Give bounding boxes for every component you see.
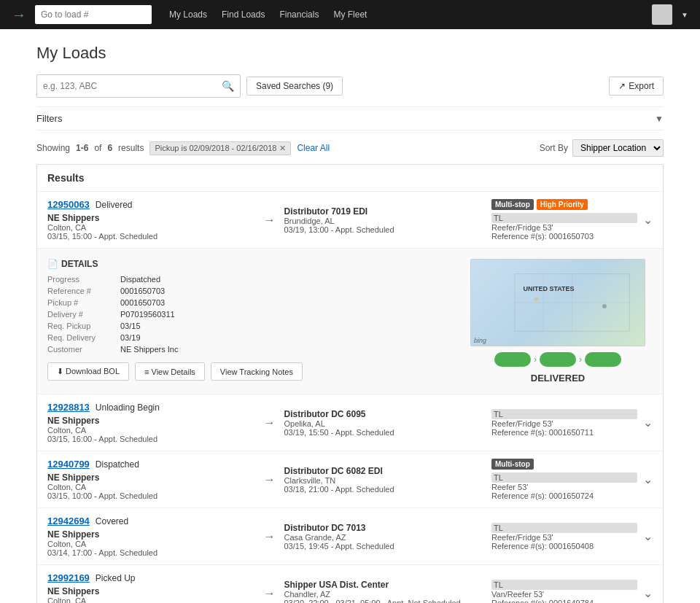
showing-range: 1-6 (76, 143, 88, 153)
expand-button-12928813[interactable]: ⌄ (643, 416, 653, 429)
detail-value-pickup: 0001650703 (120, 298, 165, 307)
page-title: My Loads (36, 44, 664, 63)
detail-label-customer: Customer (47, 345, 120, 354)
delivered-label: DELIVERED (531, 373, 585, 384)
view-details-button[interactable]: ≡ View Details (135, 362, 205, 381)
saved-searches-button[interactable]: Saved Searches (9) (246, 77, 343, 96)
load-row-main-12940799[interactable]: 12940799 Dispatched NE Shippers Colton, … (37, 451, 663, 507)
equipment-ref-12940799: Reference #(s): 0001650724 (491, 491, 637, 500)
view-tracking-notes-button[interactable]: View Tracking Notes (211, 362, 303, 381)
equipment-icon-12992169: TL (491, 580, 637, 590)
load-origin-city-12950063: Colton, CA (47, 223, 255, 232)
load-dest-12940799: Distributor DC 6082 EDI Clarksville, TN … (284, 466, 492, 494)
load-id-12950063[interactable]: 12950063 (47, 199, 90, 210)
load-dest-city-12942694: Casa Grande, AZ (284, 533, 492, 542)
load-status-12928813: Unloading Begin (96, 402, 160, 413)
load-origin-city-12940799: Colton, CA (47, 483, 255, 491)
load-info: 12928813 Unloading Begin NE Shippers Col… (47, 402, 255, 443)
search-icon[interactable]: 🔍 (222, 80, 234, 92)
load-equipment-12940799: Multi-stop TL Reefer 53' Reference #(s):… (491, 459, 637, 500)
showing-text: Showing (36, 143, 70, 153)
details-header-12950063: 📄 DETAILS (47, 259, 451, 269)
progress-arrow-2: › (579, 354, 582, 365)
progress-step-2 (540, 352, 576, 367)
results-header: Results (37, 165, 663, 192)
nav-financials[interactable]: Financials (273, 7, 324, 23)
expand-button-12950063[interactable]: ⌄ (643, 213, 653, 227)
load-dest-date-12950063: 03/19, 13:00 - Appt. Scheduled (284, 225, 492, 234)
equipment-type-12940799: Reefer 53' (491, 483, 637, 491)
load-info: 12950063 Delivered NE Shippers Colton, C… (47, 199, 255, 241)
load-dest-company-12940799: Distributor DC 6082 EDI (284, 466, 492, 476)
results-panel: Results 12950063 Delivered NE Shippers C… (36, 164, 664, 603)
nav-find-loads[interactable]: Find Loads (216, 7, 271, 23)
details-doc-icon: 📄 (47, 259, 58, 269)
load-dest-city-12992169: Chandler, AZ (284, 590, 492, 599)
route-arrow-12940799: → (255, 473, 284, 486)
equipment-ref-12942694: Reference #(s): 0001650408 (491, 542, 637, 551)
equipment-ref-12992169: Reference #(s): 0001649784 (491, 599, 637, 604)
detail-value-reference: 0001650703 (120, 287, 165, 295)
search-input-wrap[interactable]: 🔍 (36, 74, 241, 98)
detail-value-delivery: P07019560311 (120, 310, 175, 319)
expand-button-12940799[interactable]: ⌄ (643, 472, 653, 486)
search-input[interactable] (43, 81, 222, 91)
load-row-main-12928813[interactable]: 12928813 Unloading Begin NE Shippers Col… (37, 394, 663, 451)
header: → My Loads Find Loads Financials My Flee… (0, 0, 700, 29)
detail-label-pickup: Pickup # (47, 298, 120, 307)
equipment-type-12992169: Van/Reefer 53' (491, 590, 637, 599)
details-title: DETAILS (61, 259, 98, 269)
load-row: 12940799 Dispatched NE Shippers Colton, … (37, 451, 663, 508)
load-equipment-12950063: Multi-stop High Priority TL Reefer/Fridg… (491, 199, 637, 241)
expand-button-12992169[interactable]: ⌄ (643, 586, 653, 600)
filters-chevron-icon[interactable]: ▼ (655, 114, 664, 124)
filters-bar[interactable]: Filters ▼ (36, 106, 664, 131)
avatar[interactable] (652, 4, 672, 25)
filter-remove-button[interactable]: ✕ (279, 144, 286, 153)
search-bar: 🔍 Saved Searches (9) ↗ Export (36, 74, 664, 98)
load-dest-date-12992169: 03/20, 22:00 - 03/21, 05:00 - Appt. Not … (284, 599, 492, 604)
load-row: 12942694 Covered NE Shippers Colton, CA … (37, 508, 663, 565)
load-dest-company-12928813: Distributor DC 6095 (284, 409, 492, 419)
load-search-input[interactable] (35, 5, 152, 24)
expand-button-12942694[interactable]: ⌄ (643, 529, 653, 543)
nav-my-fleet[interactable]: My Fleet (327, 7, 373, 23)
badge-multistop-12950063: Multi-stop (491, 199, 534, 210)
load-dest-12928813: Distributor DC 6095 Opelika, AL 03/19, 1… (284, 409, 492, 437)
load-id-12942694[interactable]: 12942694 (47, 516, 90, 526)
load-status-12942694: Covered (96, 516, 128, 526)
filter-tag-text: Pickup is 02/09/2018 - 02/16/2018 (155, 144, 276, 152)
load-row-main-12950063[interactable]: 12950063 Delivered NE Shippers Colton, C… (37, 192, 663, 248)
nav-my-loads[interactable]: My Loads (163, 7, 213, 23)
load-origin-date-12942694: 03/14, 17:00 - Appt. Scheduled (47, 548, 255, 557)
load-id-12992169[interactable]: 12992169 (47, 572, 90, 583)
load-origin-company-12928813: NE Shippers (47, 416, 255, 426)
detail-value-progress: Dispatched (120, 275, 160, 284)
avatar-chevron-icon[interactable]: ▼ (681, 11, 688, 19)
load-origin-company-12992169: NE Shippers (47, 586, 255, 596)
equipment-type-12928813: Reefer/Fridge 53' (491, 419, 637, 428)
logo-icon: → (12, 7, 26, 23)
load-status-12940799: Dispatched (96, 459, 139, 470)
export-label: Export (629, 81, 654, 91)
load-details-12950063: 📄 DETAILS ProgressDispatched Reference #… (37, 248, 663, 394)
clear-all-link[interactable]: Clear All (297, 143, 330, 153)
load-id-12928813[interactable]: 12928813 (47, 402, 90, 413)
load-row-main-12942694[interactable]: 12942694 Covered NE Shippers Colton, CA … (37, 508, 663, 564)
load-id-12940799[interactable]: 12940799 (47, 459, 90, 470)
sort-by-select[interactable]: Shipper Location (572, 139, 664, 157)
load-dest-company-12992169: Shipper USA Dist. Center (284, 580, 492, 590)
showing-count: 6 (107, 143, 112, 153)
download-bol-button[interactable]: ⬇ Download BOL (47, 362, 129, 381)
detail-label-progress: Progress (47, 275, 120, 284)
route-arrow-12950063: → (255, 214, 284, 227)
filter-tag: Pickup is 02/09/2018 - 02/16/2018 ✕ (149, 141, 291, 155)
load-dest-date-12928813: 03/19, 15:50 - Appt. Scheduled (284, 428, 492, 437)
load-dest-city-12928813: Opelika, AL (284, 419, 492, 428)
load-row: 12928813 Unloading Begin NE Shippers Col… (37, 394, 663, 451)
detail-label-req-pickup: Req. Pickup (47, 322, 120, 330)
map-container-12950063: UNITED STATES bing (470, 259, 645, 346)
export-button[interactable]: ↗ Export (609, 77, 664, 96)
header-nav: My Loads Find Loads Financials My Fleet (163, 7, 373, 23)
load-row-main-12992169[interactable]: 12992169 Picked Up NE Shippers Colton, C… (37, 565, 663, 603)
